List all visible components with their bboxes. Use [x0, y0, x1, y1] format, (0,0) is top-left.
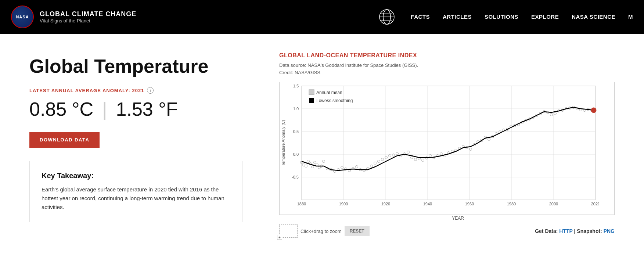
- svg-point-118: [591, 108, 596, 113]
- svg-text:Annual mean: Annual mean: [316, 90, 342, 95]
- site-header: NASA GLOBAL CLIMATE CHANGE Vital Signs o…: [0, 0, 644, 34]
- snapshot-label: Snapshot:: [577, 228, 602, 234]
- svg-text:1.5: 1.5: [293, 84, 299, 88]
- svg-text:0.0: 0.0: [293, 152, 299, 157]
- chart-footer: + Click+drag to zoom RESET Get Data: HTT…: [279, 224, 615, 238]
- info-icon[interactable]: i: [147, 87, 154, 94]
- svg-text:Temperature Anomaly (C): Temperature Anomaly (C): [281, 120, 285, 166]
- chart-source-line2: Credit: NASA/GISS: [279, 70, 320, 75]
- zoom-box-wrapper: +: [279, 224, 298, 238]
- svg-text:-0.5: -0.5: [292, 175, 299, 179]
- nav-facts[interactable]: FACTS: [411, 14, 430, 20]
- key-takeaway-box: Key Takeaway: Earth's global average sur…: [29, 161, 242, 222]
- nasa-logo-text: NASA: [16, 15, 29, 19]
- chart-source-line1: Data source: NASA's Goddard Institute fo…: [279, 62, 418, 68]
- temp-celsius: 0.85 °C: [29, 98, 93, 120]
- svg-text:1900: 1900: [339, 202, 348, 206]
- get-data: Get Data: HTTP | Snapshot: PNG: [535, 228, 615, 234]
- zoom-plus-icon: +: [277, 235, 282, 240]
- main-content: Global Temperature LATEST ANNUAL AVERAGE…: [0, 34, 644, 252]
- svg-text:0.5: 0.5: [293, 129, 299, 134]
- svg-text:1.0: 1.0: [293, 107, 299, 111]
- svg-text:1940: 1940: [423, 202, 432, 206]
- svg-text:2020: 2020: [591, 202, 599, 206]
- x-axis-label: YEAR: [301, 216, 615, 221]
- nav-articles[interactable]: ARTICLES: [443, 14, 472, 20]
- left-panel: Global Temperature LATEST ANNUAL AVERAGE…: [29, 48, 257, 238]
- globe-icon: [378, 8, 396, 26]
- main-nav: FACTS ARTICLES SOLUTIONS EXPLORE NASA SC…: [378, 8, 633, 26]
- png-link[interactable]: PNG: [604, 228, 615, 234]
- http-link[interactable]: HTTP: [559, 228, 572, 234]
- svg-text:1980: 1980: [507, 202, 516, 206]
- anomaly-label: LATEST ANNUAL AVERAGE ANOMALY: 2021 i: [29, 87, 257, 94]
- svg-rect-121: [309, 98, 314, 103]
- chart-title: GLOBAL LAND-OCEAN TEMPERATURE INDEX: [279, 52, 615, 59]
- pipe-separator: |: [574, 228, 576, 234]
- svg-text:Lowess smoothing: Lowess smoothing: [316, 98, 353, 103]
- zoom-control: + Click+drag to zoom RESET: [279, 224, 370, 238]
- svg-text:2000: 2000: [549, 202, 558, 206]
- svg-text:1960: 1960: [465, 202, 474, 206]
- nav-links: FACTS ARTICLES SOLUTIONS EXPLORE NASA SC…: [411, 14, 633, 20]
- svg-text:1880: 1880: [297, 202, 306, 206]
- page-title: Global Temperature: [29, 56, 257, 77]
- key-takeaway-title: Key Takeaway:: [42, 172, 230, 180]
- nasa-logo: NASA: [11, 6, 34, 28]
- temperature-chart: 1.5 1.0 0.5 0.0 -0.5 1880 1900 1920 1940…: [280, 82, 599, 215]
- nav-nasa-science[interactable]: NASA SCIENCE: [572, 14, 615, 20]
- temp-divider: |: [102, 98, 107, 120]
- chart-container[interactable]: 1.5 1.0 0.5 0.0 -0.5 1880 1900 1920 1940…: [279, 82, 615, 215]
- zoom-label: Click+drag to zoom: [301, 229, 342, 234]
- reset-button[interactable]: RESET: [345, 226, 370, 236]
- header-left: NASA GLOBAL CLIMATE CHANGE Vital Signs o…: [11, 6, 136, 28]
- temperature-values: 0.85 °C | 1.53 °F: [29, 98, 257, 120]
- chart-source: Data source: NASA's Goddard Institute fo…: [279, 62, 615, 76]
- nav-solutions[interactable]: SOLUTIONS: [485, 14, 518, 20]
- header-title: GLOBAL CLIMATE CHANGE Vital Signs of the…: [40, 10, 136, 24]
- header-title-main: GLOBAL CLIMATE CHANGE: [40, 10, 136, 18]
- anomaly-label-text: LATEST ANNUAL AVERAGE ANOMALY: 2021: [29, 88, 144, 93]
- key-takeaway-text: Earth's global average surface temperatu…: [42, 185, 230, 212]
- header-title-sub: Vital Signs of the Planet: [40, 18, 136, 24]
- temp-fahrenheit: 1.53 °F: [116, 98, 178, 120]
- nav-explore[interactable]: EXPLORE: [531, 14, 559, 20]
- svg-rect-119: [309, 90, 314, 95]
- get-data-label: Get Data:: [535, 228, 558, 234]
- svg-text:1920: 1920: [381, 202, 390, 206]
- download-data-button[interactable]: DOWNLOAD DATA: [29, 132, 100, 148]
- nav-more[interactable]: M: [628, 14, 633, 20]
- right-panel: GLOBAL LAND-OCEAN TEMPERATURE INDEX Data…: [279, 48, 615, 238]
